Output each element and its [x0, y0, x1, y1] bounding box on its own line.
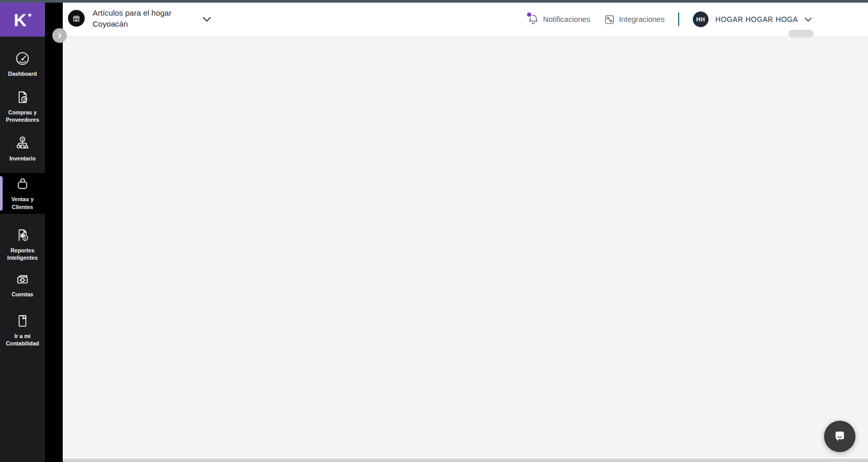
- integrations-button[interactable]: Integraciones: [604, 14, 665, 25]
- business-name: Artículos para el hogar Coyoacán: [93, 7, 172, 29]
- accounting-book-icon: [15, 313, 30, 329]
- sidebar-item-label: Reportes Inteligentes: [2, 247, 43, 261]
- chat-bubble-icon: [832, 429, 848, 444]
- user-menu-chevron: [805, 15, 812, 24]
- user-avatar: HH: [693, 11, 709, 27]
- sidebar-item-cuentas[interactable]: Cuentas: [0, 267, 45, 298]
- chat-launcher-button[interactable]: [824, 421, 855, 452]
- chevron-down-icon: [805, 17, 812, 22]
- inventory-icon: $: [15, 135, 30, 151]
- topbar-right-nav: Notificaciones Integraciones HH HOGAR HO…: [528, 3, 812, 36]
- brand-logo-letter: K: [14, 11, 27, 29]
- notifications-button[interactable]: Notificaciones: [528, 14, 590, 25]
- sidebar-rail: [45, 3, 63, 462]
- top-accent-bar: [0, 0, 868, 3]
- horizontal-scrollbar[interactable]: [63, 459, 868, 462]
- app-window: K Dashboard $ Compras y Proveedores $ In…: [0, 0, 868, 462]
- business-avatar: [68, 10, 85, 27]
- topbar: Artículos para el hogar Coyoacán Notific…: [63, 3, 868, 37]
- sidebar-item-label: Compras y Proveedores: [2, 109, 43, 123]
- sidebar: K Dashboard $ Compras y Proveedores $ In…: [0, 3, 45, 462]
- business-selector[interactable]: Artículos para el hogar Coyoacán: [68, 7, 172, 29]
- reports-icon: [15, 227, 30, 243]
- brand-logo-dot: [28, 14, 31, 17]
- sidebar-item-reportes-inteligentes[interactable]: Reportes Inteligentes: [0, 223, 45, 261]
- sidebar-expand-button[interactable]: [52, 28, 67, 43]
- chevron-right-icon: [56, 32, 63, 39]
- storefront-icon: [72, 14, 81, 23]
- sidebar-item-label: Dashboard: [2, 70, 43, 77]
- brand-logo: K: [0, 3, 45, 37]
- business-selector-chevron[interactable]: [203, 15, 211, 24]
- sidebar-item-label: Cuentas: [2, 291, 43, 298]
- sidebar-item-inventario[interactable]: $ Inventario: [0, 131, 45, 162]
- business-name-line1: Artículos para el hogar: [93, 7, 172, 18]
- accounts-icon: [15, 271, 30, 287]
- sidebar-item-label: Inventario: [2, 155, 43, 162]
- main-content: [63, 37, 868, 459]
- chevron-down-icon: [203, 17, 211, 22]
- svg-text:$: $: [23, 97, 26, 101]
- sidebar-item-ventas-clientes[interactable]: Ventas y Clientes: [0, 173, 45, 214]
- integrations-label: Integraciones: [619, 15, 665, 24]
- notification-badge: [526, 11, 532, 18]
- user-menu[interactable]: HH HOGAR HOGAR HOGA: [693, 11, 812, 27]
- user-name: HOGAR HOGAR HOGA: [715, 15, 798, 24]
- sidebar-item-label: Ir a mi Contabilidad: [2, 332, 43, 347]
- sidebar-item-label: Ventas y Clientes: [2, 195, 43, 210]
- notifications-label: Notificaciones: [543, 15, 590, 24]
- dashboard-icon: [15, 51, 30, 66]
- sales-bag-icon: [15, 176, 30, 192]
- cropped-overlay-element: [789, 30, 814, 38]
- bell-icon: [528, 14, 539, 25]
- topbar-divider: [678, 13, 679, 26]
- business-name-line2: Coyoacán: [93, 18, 172, 29]
- sidebar-item-dashboard[interactable]: Dashboard: [0, 47, 45, 77]
- sidebar-item-contabilidad[interactable]: Ir a mi Contabilidad: [0, 309, 45, 347]
- integrations-icon: [604, 14, 615, 25]
- sidebar-item-compras-proveedores[interactable]: $ Compras y Proveedores: [0, 85, 45, 123]
- purchases-icon: $: [15, 89, 30, 105]
